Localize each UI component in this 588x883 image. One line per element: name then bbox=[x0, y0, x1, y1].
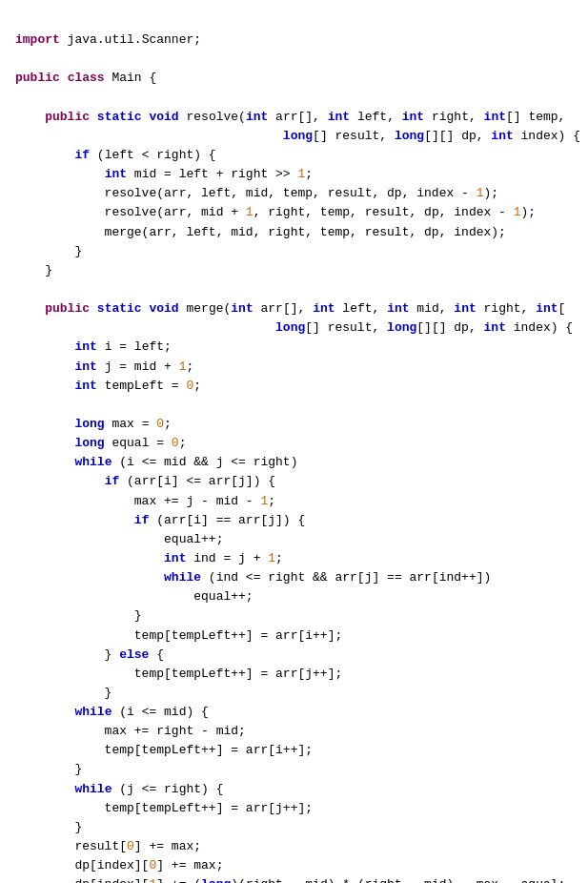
int-keyword-1: int bbox=[246, 110, 268, 124]
num-10: 1 bbox=[268, 551, 275, 565]
else-keyword-1: else bbox=[119, 647, 149, 662]
if-keyword-3: if bbox=[134, 513, 150, 527]
int-keyword-6: int bbox=[105, 167, 127, 181]
long-keyword-1: long bbox=[283, 129, 313, 143]
int-keyword-13: int bbox=[74, 339, 96, 354]
int-keyword-14: int bbox=[74, 359, 96, 374]
void-keyword-1: void bbox=[149, 110, 178, 124]
long-keyword-7: long bbox=[201, 877, 231, 883]
while-keyword-3: while bbox=[74, 705, 112, 719]
int-keyword-15: int bbox=[74, 379, 96, 393]
int-keyword-11: int bbox=[536, 301, 558, 316]
int-keyword-12: int bbox=[484, 320, 506, 335]
static-keyword-2: static bbox=[97, 301, 142, 316]
int-keyword-9: int bbox=[387, 301, 409, 316]
num-7: 0 bbox=[156, 417, 164, 431]
public-keyword-3: public bbox=[45, 301, 90, 316]
int-keyword-5: int bbox=[491, 129, 513, 143]
long-keyword-4: long bbox=[387, 320, 416, 335]
static-keyword-1: static bbox=[97, 110, 142, 124]
class-keyword: class bbox=[68, 71, 105, 85]
void-keyword-2: void bbox=[149, 301, 178, 316]
long-keyword-5: long bbox=[74, 417, 104, 431]
public-keyword-1: public bbox=[15, 71, 60, 85]
int-keyword-16: int bbox=[164, 551, 186, 565]
int-keyword-3: int bbox=[402, 110, 424, 124]
int-keyword-2: int bbox=[328, 110, 350, 124]
while-keyword-4: while bbox=[74, 782, 112, 796]
int-keyword-4: int bbox=[484, 110, 506, 124]
int-keyword-7: int bbox=[231, 301, 253, 316]
code-editor: import java.util.Scanner; public class M… bbox=[15, 11, 573, 883]
public-keyword-2: public bbox=[45, 110, 90, 124]
num-3: 1 bbox=[246, 205, 253, 219]
if-keyword-2: if bbox=[105, 474, 120, 488]
long-keyword-2: long bbox=[395, 129, 424, 143]
num-4: 1 bbox=[514, 205, 521, 219]
int-keyword-10: int bbox=[454, 301, 476, 316]
while-keyword-2: while bbox=[164, 570, 201, 585]
num-2: 1 bbox=[476, 186, 484, 200]
long-keyword-6: long bbox=[74, 436, 104, 450]
num-11: 0 bbox=[127, 839, 134, 853]
if-keyword-1: if bbox=[74, 148, 90, 162]
while-keyword-1: while bbox=[74, 455, 112, 469]
long-keyword-3: long bbox=[275, 320, 305, 335]
num-8: 0 bbox=[172, 436, 179, 450]
import-keyword: import bbox=[15, 32, 60, 47]
int-keyword-8: int bbox=[313, 301, 335, 316]
